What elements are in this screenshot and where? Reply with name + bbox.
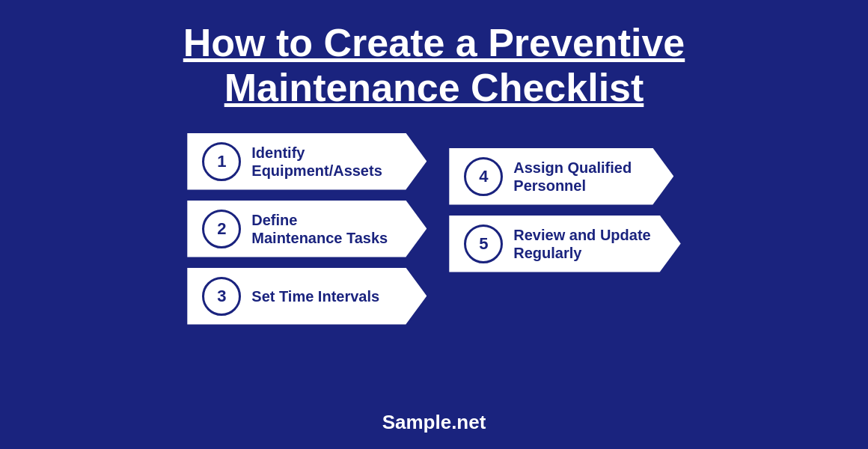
step-item: 4Assign Qualified Personnel xyxy=(449,148,680,205)
arrow-shape: 4Assign Qualified Personnel xyxy=(449,148,673,205)
step-label: Define Maintenance Tasks xyxy=(251,211,388,247)
step-label: Review and Update Regularly xyxy=(513,226,650,262)
step-number-badge: 4 xyxy=(464,157,503,196)
step-label: Assign Qualified Personnel xyxy=(513,159,632,195)
step-number-badge: 3 xyxy=(202,277,241,316)
step-item: 3Set Time Intervals xyxy=(187,268,427,325)
step-item: 1Identify Equipment/Assets xyxy=(187,133,427,190)
arrow-shape: 1Identify Equipment/Assets xyxy=(187,133,427,190)
page-title: How to Create a Preventive Maintenance C… xyxy=(183,21,685,111)
step-item: 2Define Maintenance Tasks xyxy=(187,201,427,257)
arrow-shape: 2Define Maintenance Tasks xyxy=(187,201,427,257)
arrow-shape: 5Review and Update Regularly xyxy=(449,216,680,272)
footer-text: Sample.net xyxy=(382,411,486,449)
step-number-badge: 1 xyxy=(202,142,241,181)
title-section: How to Create a Preventive Maintenance C… xyxy=(138,0,730,126)
step-label: Set Time Intervals xyxy=(251,287,379,305)
steps-container: 1Identify Equipment/Assets2Define Mainte… xyxy=(142,133,725,325)
arrow-shape: 3Set Time Intervals xyxy=(187,268,427,325)
step-label: Identify Equipment/Assets xyxy=(251,144,382,180)
step-number-badge: 2 xyxy=(202,210,241,248)
left-column: 1Identify Equipment/Assets2Define Mainte… xyxy=(187,133,427,325)
step-number-badge: 5 xyxy=(464,224,503,263)
right-column: 4Assign Qualified Personnel5Review and U… xyxy=(449,148,680,272)
step-item: 5Review and Update Regularly xyxy=(449,216,680,272)
